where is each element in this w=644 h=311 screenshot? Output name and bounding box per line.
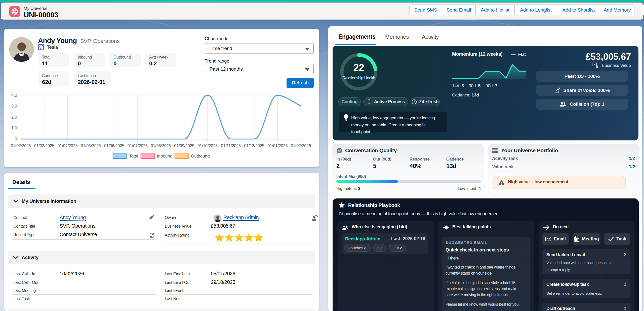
svg-text:1.0: 1.0 [11, 126, 17, 130]
svg-text:01/09/2025: 01/09/2025 [174, 144, 194, 148]
svg-text:01/07/2025: 01/07/2025 [128, 144, 148, 148]
svg-text:01/12/2025: 01/12/2025 [244, 144, 264, 148]
svg-text:01/10/2025: 01/10/2025 [197, 144, 218, 148]
svg-text:01/05/2025: 01/05/2025 [81, 144, 101, 148]
svg-text:01/02/2025: 01/02/2025 [11, 144, 31, 148]
svg-text:Outbound: Outbound [191, 154, 210, 159]
svg-text:01/02/2026: 01/02/2026 [291, 144, 311, 148]
svg-text:2.0: 2.0 [11, 115, 17, 119]
svg-text:3.0: 3.0 [11, 104, 17, 108]
svg-text:01/06/2025: 01/06/2025 [104, 144, 124, 148]
svg-text:4.0: 4.0 [11, 93, 17, 97]
svg-text:01/08/2025: 01/08/2025 [151, 144, 171, 148]
svg-text:01/11/2025: 01/11/2025 [221, 144, 241, 148]
svg-text:0: 0 [15, 137, 17, 141]
svg-text:01/04/2025: 01/04/2025 [57, 144, 77, 148]
svg-text:01/03/2025: 01/03/2025 [34, 144, 54, 148]
svg-text:Total: Total [129, 154, 138, 159]
svg-text:Inbound: Inbound [157, 154, 172, 159]
svg-text:01/01/2026: 01/01/2026 [267, 144, 288, 148]
